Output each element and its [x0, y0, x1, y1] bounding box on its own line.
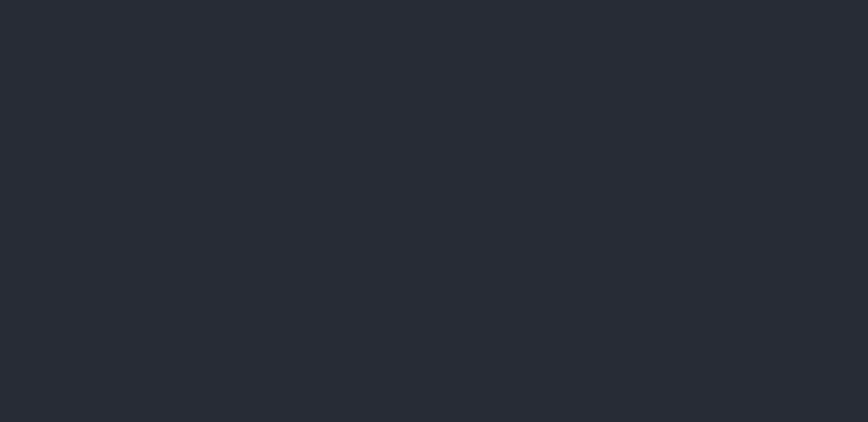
event-sheet	[0, 0, 868, 422]
